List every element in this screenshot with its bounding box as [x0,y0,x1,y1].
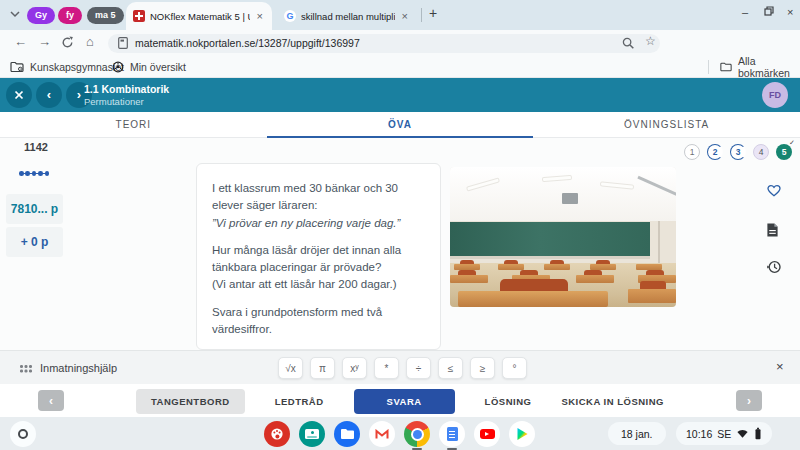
shelf-apps [264,421,535,447]
gmail-app-icon[interactable] [369,421,395,447]
step-4[interactable]: 4 [753,144,769,160]
google-favicon: G [284,10,296,22]
browser-tab-strip: Gy fy ma 5 NOKflex Matematik 5 | Uppgift… [0,0,800,30]
forward-icon[interactable]: → [38,34,51,49]
all-bookmarks-label: Alla bokmärken [738,55,800,79]
window-minimize-button[interactable]: – [742,6,748,18]
url-bar[interactable]: matematik.nokportalen.se/13287/uppgift/1… [108,34,660,53]
notes-document-icon[interactable] [766,222,779,238]
step-3[interactable]: 3 [730,144,746,160]
points-total: 7810... p [6,194,63,224]
clock: 10:16 [686,428,712,440]
previous-exercise-button[interactable]: ‹ [36,82,62,108]
lesson-tabs: TEORI ÖVA ÖVNINGSLISTA [0,112,800,138]
classroom-app-icon[interactable] [299,421,325,447]
question-quote: ”Vi prövar en ny placering varje dag.” [212,215,425,232]
tab-group-fy[interactable]: fy [58,7,82,24]
key-pi[interactable]: π [310,357,335,379]
step-check-icon: ✓ [789,139,795,147]
browser-tab-background[interactable]: G skillnad mellan multiplikations × [278,2,416,30]
history-icon[interactable] [766,259,782,275]
answer-button[interactable]: SVARA [354,389,455,414]
lesson-header: ‹ › 1.1 Kombinatorik Permutationer FD [0,78,800,112]
shelf-date[interactable]: 18 jan. [608,422,666,445]
page-icon [118,37,128,49]
youtube-app-icon[interactable] [474,421,500,447]
tab-ovningslista[interactable]: ÖVNINGSLISTA [533,112,800,138]
action-bar: ‹ TANGENTBORD LEDTRÅD SVARA LÖSNING SKIC… [0,384,800,417]
launcher-button[interactable] [10,421,36,447]
tab-title: skillnad mellan multiplikations [301,11,395,22]
battery-icon [754,427,762,440]
key-degree[interactable]: ° [502,357,527,379]
exercise-content: 1142 7810... p + 0 p I ett klassrum med … [0,138,800,350]
lesson-subsection: Permutationer [84,96,144,107]
bookmark-star-icon[interactable]: ☆ [645,34,656,48]
back-icon[interactable]: ← [14,34,27,49]
tab-ova[interactable]: ÖVA [267,112,534,138]
key-multiply[interactable]: * [374,357,399,379]
input-help-toolbar: Inmatningshjälp √x π xy * ÷ ≤ ≥ ° × [0,350,800,384]
chalkboard [450,222,650,259]
bookmarks-divider [708,60,709,74]
nokflex-favicon [133,10,145,22]
close-exercise-button[interactable] [6,82,32,108]
hint-button[interactable]: LEDTRÅD [275,396,324,407]
close-tab-icon[interactable]: × [400,10,410,22]
screen: Gy fy ma 5 NOKflex Matematik 5 | Uppgift… [0,0,800,450]
next-page-button[interactable]: › [736,390,762,411]
points-delta: + 0 p [6,227,63,257]
key-less-equal[interactable]: ≤ [438,357,463,379]
chromeos-shelf: 18 jan. 10:16 SE [0,417,800,450]
zoom-magnifier-icon[interactable] [622,37,635,50]
chrome-app-icon[interactable] [404,421,430,447]
user-avatar[interactable]: FD [762,82,788,108]
submit-solution-button[interactable]: SKICKA IN LÖSNING [561,396,664,407]
status-tray[interactable]: 10:16 SE [676,422,772,445]
docs-app-icon[interactable] [439,421,465,447]
close-input-help-icon[interactable]: × [776,359,784,374]
step-2[interactable]: 2 [707,144,723,160]
tab-teori[interactable]: TEORI [0,112,267,138]
url-text: matematik.nokportalen.se/13287/uppgift/1… [135,37,360,49]
action-buttons: TANGENTBORD LEDTRÅD SVARA LÖSNING SKICKA… [0,389,800,414]
question-instruction: Svara i grundpotensform med två värdesif… [212,304,425,339]
play-store-app-icon[interactable] [509,421,535,447]
tab-divider [421,8,422,22]
new-tab-button[interactable]: + [429,5,437,21]
question-text: Hur många läsår dröjer det innan alla tä… [212,242,425,277]
bookmark-label: Min översikt [130,61,186,73]
key-divide[interactable]: ÷ [406,357,431,379]
reload-icon[interactable] [61,36,74,49]
browser-tab-active[interactable]: NOKflex Matematik 5 | Uppgift × [126,2,272,30]
step-1[interactable]: 1 [684,144,700,160]
question-text: I ett klassrum med 30 bänkar och 30 elev… [212,180,425,215]
difficulty-dots [19,171,49,176]
close-tab-icon[interactable]: × [255,10,265,22]
keyboard-button[interactable]: TANGENTBORD [136,389,245,414]
window-close-button[interactable]: × [787,6,793,18]
key-sqrt[interactable]: √x [278,357,303,379]
tab-title: NOKflex Matematik 5 | Uppgift [150,11,250,22]
files-app-icon[interactable] [334,421,360,447]
lesson-section-title: 1.1 Kombinatorik [84,83,169,95]
drag-handle-icon[interactable] [20,365,23,368]
tab-search-chevron-icon[interactable] [10,11,20,18]
bookmark-min-oversikt[interactable]: Min översikt [112,56,186,78]
tab-group-ma5[interactable]: ma 5 [87,7,124,24]
all-bookmarks-button[interactable]: Alla bokmärken [720,56,800,78]
classroom-photo [450,167,676,307]
tab-group-gy[interactable]: Gy [27,7,55,24]
solution-button[interactable]: LÖSNING [485,396,532,407]
bookmark-folder-kunskapsgymnasiet[interactable]: Kunskapsgymnasiet [10,56,124,78]
exercise-number: 1142 [24,141,48,153]
home-icon[interactable]: ⌂ [86,34,94,49]
key-power[interactable]: xy [342,357,367,379]
favorite-heart-icon[interactable] [766,183,782,197]
wifi-icon [736,428,749,439]
keyboard-layout: SE [717,428,731,440]
window-restore-button[interactable] [764,6,774,16]
paint-app-icon[interactable] [264,421,290,447]
key-greater-equal[interactable]: ≥ [470,357,495,379]
input-help-title: Inmatningshjälp [40,362,117,374]
